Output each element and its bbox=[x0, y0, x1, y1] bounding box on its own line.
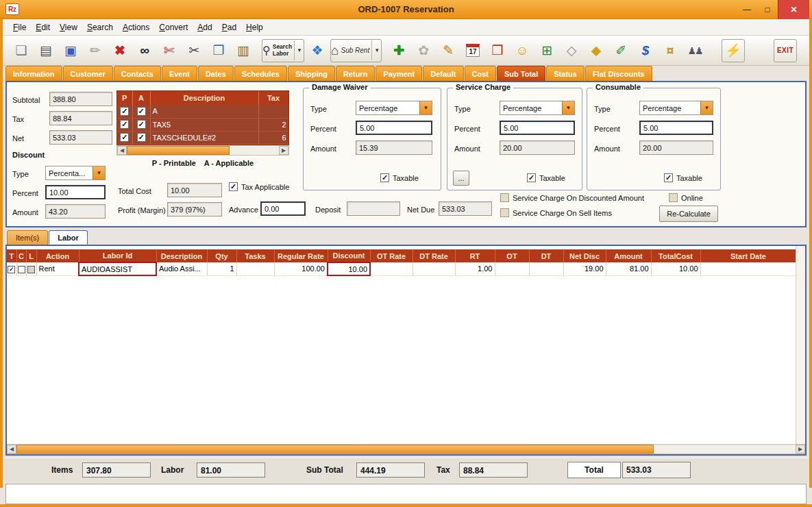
menu-add[interactable]: Add bbox=[193, 21, 217, 34]
menu-actions[interactable]: Actions bbox=[118, 21, 154, 34]
column-header[interactable]: Amount bbox=[606, 249, 651, 262]
scroll-right-icon[interactable]: ▶ bbox=[279, 146, 288, 155]
cut-document-button[interactable]: ✄ bbox=[158, 39, 181, 62]
shapes-button[interactable]: ❖ bbox=[306, 39, 329, 62]
labor-total-field[interactable]: 81.00 bbox=[197, 462, 265, 478]
cell-description[interactable]: Audio Assi... bbox=[156, 262, 207, 275]
tax-value-cell[interactable] bbox=[258, 105, 288, 118]
column-header[interactable]: Start Date bbox=[700, 249, 796, 262]
discount-type-combo[interactable]: Percenta...▼ bbox=[45, 166, 106, 180]
advance-field[interactable]: 0.00 bbox=[260, 201, 306, 216]
gift-button[interactable]: ⊞ bbox=[535, 39, 558, 62]
column-header[interactable]: Regular Rate bbox=[274, 249, 328, 262]
save-button[interactable]: ▣ bbox=[59, 39, 82, 62]
chevron-down-icon[interactable]: ▼ bbox=[562, 101, 574, 114]
table-row[interactable]: ✓ Rent AUDIOASSIST Audio Assi... 1 100.0… bbox=[7, 262, 796, 275]
cell-action[interactable]: Rent bbox=[36, 262, 79, 275]
column-header[interactable]: DT Rate bbox=[413, 249, 455, 262]
items-total-field[interactable]: 307.80 bbox=[82, 462, 151, 478]
tab-default[interactable]: Default bbox=[423, 66, 463, 81]
tax-total-field[interactable]: 88.84 bbox=[459, 462, 528, 478]
paste-button[interactable]: ▥ bbox=[232, 39, 255, 62]
cell-ot[interactable] bbox=[495, 262, 529, 275]
cell-t[interactable]: ✓ bbox=[7, 262, 16, 275]
tax-field[interactable]: 88.84 bbox=[49, 111, 112, 125]
scrollbar-thumb[interactable] bbox=[16, 445, 654, 454]
find-button[interactable]: ∞ bbox=[133, 39, 156, 62]
close-button[interactable]: ✕ bbox=[778, 0, 809, 19]
cell-amount[interactable]: 81.00 bbox=[606, 262, 651, 275]
scroll-left-icon[interactable]: ◀ bbox=[117, 146, 127, 155]
calendar-button[interactable]: 17 bbox=[461, 39, 484, 62]
cell-ot-rate[interactable] bbox=[370, 262, 413, 275]
tab-status[interactable]: Status bbox=[546, 66, 585, 81]
taxable-checkbox[interactable]: ✓ bbox=[664, 173, 673, 182]
add-button[interactable]: ✚ bbox=[387, 39, 410, 62]
delete-button[interactable]: ✖ bbox=[108, 39, 132, 62]
tax-applicable-checkbox[interactable]: ✓ bbox=[229, 182, 238, 191]
subtotal-field[interactable]: 388.80 bbox=[49, 92, 112, 106]
chevron-down-icon[interactable]: ▼ bbox=[93, 166, 105, 180]
damage-waiver-amount-field[interactable]: 15.39 bbox=[356, 140, 432, 155]
new-document-button[interactable]: ❏ bbox=[10, 39, 33, 62]
discount-amount-field[interactable]: 43.20 bbox=[45, 204, 106, 219]
scrollbar-thumb[interactable] bbox=[127, 146, 230, 155]
smiley-button[interactable]: ☺ bbox=[510, 39, 534, 62]
consumable-type-combo[interactable]: Percentage▼ bbox=[639, 101, 713, 115]
tab-dates[interactable]: Dates bbox=[198, 66, 234, 81]
net-field[interactable]: 533.03 bbox=[49, 130, 112, 145]
cell-qty[interactable]: 1 bbox=[207, 262, 236, 275]
tab-sub-total[interactable]: Sub Total bbox=[497, 66, 545, 81]
taxable-checkbox[interactable]: ✓ bbox=[380, 173, 389, 182]
column-header[interactable]: Tasks bbox=[236, 249, 274, 262]
tab-cost[interactable]: Cost bbox=[465, 66, 496, 81]
dropdown-arrow-icon[interactable]: ▼ bbox=[371, 40, 381, 60]
total-cost-field[interactable]: 10.00 bbox=[167, 183, 222, 197]
tab-contacts[interactable]: Contacts bbox=[114, 66, 161, 81]
column-header[interactable]: Description bbox=[156, 249, 207, 262]
damage-waiver-type-combo[interactable]: Percentage▼ bbox=[356, 101, 432, 115]
service-charge-percent-field[interactable]: 5.00 bbox=[500, 121, 575, 135]
column-header[interactable]: Qty bbox=[207, 249, 236, 262]
online-checkbox[interactable] bbox=[669, 193, 678, 202]
profit-margin-field[interactable]: 379 (97%) bbox=[167, 202, 222, 217]
grand-total-field[interactable]: 533.03 bbox=[622, 462, 691, 478]
edit-note-button[interactable]: ✎ bbox=[436, 39, 460, 62]
printable-checkbox[interactable]: ✓ bbox=[120, 133, 129, 142]
column-header[interactable]: Net Disc bbox=[563, 249, 606, 262]
labor-table[interactable]: T C L Action Labor Id Description Qty Ta… bbox=[7, 249, 796, 276]
service-charge-amount-field[interactable]: 20.00 bbox=[500, 140, 575, 155]
t-checkbox[interactable]: ✓ bbox=[8, 266, 15, 273]
consumable-percent-field[interactable]: 5.00 bbox=[639, 121, 713, 135]
cell-start-date[interactable] bbox=[700, 262, 796, 275]
gold-button[interactable]: ◆ bbox=[585, 39, 608, 62]
menu-help[interactable]: Help bbox=[241, 21, 268, 34]
dollar-sync-button[interactable]: $ bbox=[634, 39, 657, 62]
tax-schedule-table[interactable]: P A Description Tax ✓ ✓ A ✓ ✓ TAX5 bbox=[116, 90, 289, 145]
tax-table-hscrollbar[interactable]: ◀ ▶ bbox=[116, 145, 289, 156]
menu-file[interactable]: File bbox=[8, 21, 31, 34]
cell-rt[interactable]: 1.00 bbox=[455, 262, 495, 275]
cell-dt[interactable] bbox=[529, 262, 563, 275]
discount-percent-field[interactable]: 10.00 bbox=[45, 185, 106, 199]
chevron-down-icon[interactable]: ▼ bbox=[700, 101, 713, 114]
minimize-button[interactable]: — bbox=[737, 0, 757, 19]
cut-button[interactable]: ✂ bbox=[182, 39, 206, 62]
maximize-button[interactable]: □ bbox=[757, 0, 778, 19]
exit-button[interactable]: EXIT bbox=[774, 39, 797, 62]
column-header[interactable]: Description bbox=[150, 91, 258, 105]
consumable-amount-field[interactable]: 20.00 bbox=[639, 140, 713, 155]
copy-button[interactable]: ❐ bbox=[207, 39, 230, 62]
cell-labor-id[interactable]: AUDIOASSIST bbox=[79, 262, 156, 275]
tax-value-cell[interactable]: 2 bbox=[258, 118, 288, 131]
cell-discount[interactable]: 10.00 bbox=[328, 262, 370, 275]
tax-value-cell[interactable]: 6 bbox=[258, 131, 288, 144]
service-charge-sell-items-checkbox[interactable] bbox=[500, 208, 509, 217]
people-button[interactable]: ♟♟ bbox=[683, 39, 706, 62]
applicable-checkbox[interactable]: ✓ bbox=[137, 133, 146, 142]
printable-checkbox[interactable]: ✓ bbox=[120, 107, 129, 116]
l-checkbox[interactable] bbox=[27, 266, 35, 273]
menu-search[interactable]: Search bbox=[82, 21, 118, 34]
clover-button[interactable]: ✿ bbox=[412, 39, 435, 62]
grid-vscrollbar[interactable] bbox=[796, 246, 805, 444]
